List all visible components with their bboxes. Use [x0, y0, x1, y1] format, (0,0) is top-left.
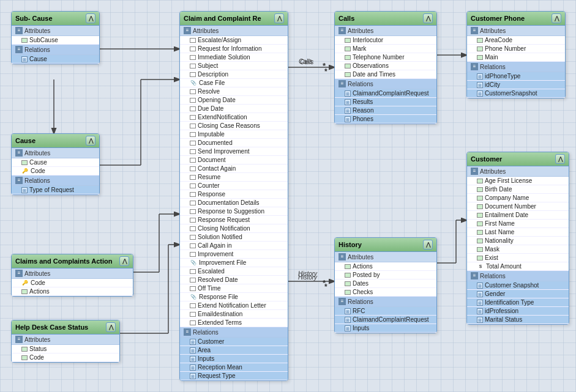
row-off-time[interactable]: Off Time	[180, 284, 288, 293]
claim-complaint-collapse-btn[interactable]: ⋀	[274, 13, 284, 23]
cause-collapse-btn[interactable]: ⋀	[86, 136, 95, 146]
row-checks[interactable]: Checks	[335, 288, 436, 297]
row-interlocutor[interactable]: Interlocutor	[335, 36, 436, 45]
row-snapshot-rel[interactable]: ⊞CustomerSnapshot	[467, 89, 565, 98]
row-phone-number[interactable]: Phone Number	[467, 45, 565, 53]
row-type-request[interactable]: ⊞ Type of Request	[12, 186, 99, 194]
row-total-amount[interactable]: $Total Amount	[467, 262, 569, 271]
row-customer-snapshot-rel[interactable]: ⊞Customer Snapshot	[467, 281, 569, 290]
customer-phone-collapse-btn[interactable]: ⋀	[552, 13, 561, 23]
row-resp-suggest[interactable]: Response to Suggestion	[180, 207, 288, 216]
row-immediate[interactable]: Immediate Solution	[180, 53, 288, 62]
row-code-hd[interactable]: Code	[12, 353, 119, 362]
row-main[interactable]: Main	[467, 53, 565, 62]
history-collapse-btn[interactable]: ⋀	[423, 240, 433, 250]
customer-relations-header: ≡ Relations	[467, 271, 569, 281]
row-description[interactable]: Description	[180, 70, 288, 79]
claims-action-collapse-btn[interactable]: ⋀	[119, 256, 129, 266]
row-doc-number[interactable]: Document Number	[467, 202, 569, 211]
field-icon	[21, 38, 28, 43]
fk-icon: ⊞	[477, 300, 483, 306]
customer-collapse-btn[interactable]: ⋀	[555, 154, 565, 164]
row-date-times[interactable]: Date and Times	[335, 70, 436, 79]
row-response[interactable]: Response	[180, 190, 288, 199]
row-city-rel[interactable]: ⊞idCity	[467, 81, 565, 89]
row-document[interactable]: Document	[180, 156, 288, 165]
row-last-name[interactable]: Last Name	[467, 228, 569, 237]
row-inputs-h-rel[interactable]: ⊞Inputs	[335, 324, 436, 333]
row-exist[interactable]: Exist	[467, 254, 569, 262]
row-age-license[interactable]: Age First License	[467, 177, 569, 185]
row-cause-attr[interactable]: Cause	[12, 158, 99, 167]
row-code-attr[interactable]: 🔑 Code	[12, 167, 99, 176]
sub-cause-collapse-btn[interactable]: ⋀	[86, 13, 95, 23]
row-phone-type-rel[interactable]: ⊞idPhoneType	[467, 72, 565, 81]
row-resp-request[interactable]: Response Request	[180, 216, 288, 224]
row-id-type-rel[interactable]: ⊞Identification Type	[467, 298, 569, 307]
row-inputs-rel[interactable]: ⊞Inputs	[180, 355, 288, 363]
row-request-info[interactable]: Request for Information	[180, 45, 288, 53]
row-imputable[interactable]: Imputable	[180, 130, 288, 139]
field-icon	[477, 55, 483, 60]
row-posted-by[interactable]: Posted by	[335, 271, 436, 279]
row-telephone[interactable]: Telephone Number	[335, 53, 436, 62]
row-call-again[interactable]: Call Again in	[180, 242, 288, 250]
row-reception-rel[interactable]: ⊞Reception Mean	[180, 363, 288, 372]
row-escalated[interactable]: Escalated	[180, 267, 288, 276]
row-improvement[interactable]: Improvement	[180, 250, 288, 259]
row-phones-rel[interactable]: ⊞Phones	[335, 115, 436, 124]
row-case-file[interactable]: 📎Case File	[180, 79, 288, 87]
row-first-name[interactable]: First Name	[467, 220, 569, 228]
row-area-rel[interactable]: ⊞Area	[180, 346, 288, 355]
row-observations[interactable]: Observations	[335, 62, 436, 70]
row-extend-notif[interactable]: ExtendNotification	[180, 113, 288, 122]
row-subcause[interactable]: SubCause	[12, 36, 99, 45]
row-escalate[interactable]: Escalate/Assign	[180, 36, 288, 45]
row-actions-ca[interactable]: Actions	[12, 287, 133, 296]
row-emaildest[interactable]: Emaildestination	[180, 310, 288, 319]
row-rfc-rel[interactable]: ⊞RFC	[335, 307, 436, 316]
row-subject[interactable]: Subject	[180, 62, 288, 70]
row-counter[interactable]: Counter	[180, 182, 288, 190]
row-results-rel[interactable]: ⊞Results	[335, 98, 436, 106]
row-gender-rel[interactable]: ⊞Gender	[467, 290, 569, 298]
row-solution-notif[interactable]: Solution Notified	[180, 233, 288, 242]
row-request-type-rel[interactable]: ⊞Request Type	[180, 372, 288, 380]
row-doc-details[interactable]: Documentation Details	[180, 199, 288, 207]
row-birth-date[interactable]: Birth Date	[467, 185, 569, 194]
row-resolve[interactable]: Resolve	[180, 87, 288, 96]
helpdesk-collapse-btn[interactable]: ⋀	[106, 322, 116, 332]
row-documented[interactable]: Documented	[180, 139, 288, 147]
row-response-file[interactable]: 📎Response File	[180, 293, 288, 301]
row-entailment-date[interactable]: Entailment Date	[467, 211, 569, 220]
row-reason-rel[interactable]: ⊞Reason	[335, 106, 436, 115]
row-marital-status-rel[interactable]: ⊞Marital Status	[467, 316, 569, 324]
row-due-date[interactable]: Due Date	[180, 105, 288, 113]
row-actions-h[interactable]: Actions	[335, 262, 436, 271]
calls-attributes-header: ≡ Attributes	[335, 26, 436, 36]
row-status-hd[interactable]: Status	[12, 345, 119, 353]
row-areacode[interactable]: AreaCode	[467, 36, 565, 45]
row-claim-req-rel[interactable]: ⊞ClaimandComplaintRequest	[335, 89, 436, 98]
row-cause-rel[interactable]: ⊞ Cause	[12, 55, 99, 64]
row-nationality[interactable]: Nationality	[467, 237, 569, 245]
row-claim-req-h-rel[interactable]: ⊞ClaimandComplaintRequest	[335, 316, 436, 324]
row-resume[interactable]: Resume	[180, 173, 288, 182]
row-extended-terms[interactable]: Extended Terms	[180, 319, 288, 327]
row-send-improve[interactable]: Send Improvement	[180, 147, 288, 156]
row-contact-again[interactable]: Contact Again	[180, 165, 288, 173]
row-opening-date[interactable]: Opening Date	[180, 96, 288, 105]
row-company-name[interactable]: Company Name	[467, 194, 569, 202]
row-customer-rel[interactable]: ⊞Customer	[180, 338, 288, 346]
row-dates[interactable]: Dates	[335, 279, 436, 288]
row-mark[interactable]: Mark	[335, 45, 436, 53]
row-improve-file[interactable]: 📎Improvement File	[180, 259, 288, 267]
row-code-ca[interactable]: 🔑 Code	[12, 279, 133, 287]
row-closing-notif[interactable]: Closing Notification	[180, 224, 288, 233]
row-resolved-date[interactable]: Resolved Date	[180, 276, 288, 284]
calls-collapse-btn[interactable]: ⋀	[423, 13, 433, 23]
row-mask[interactable]: Mask	[467, 245, 569, 254]
row-profession-rel[interactable]: ⊞idProfession	[467, 307, 569, 316]
row-closing-case[interactable]: Closing Case Reasons	[180, 122, 288, 130]
row-extend-letter[interactable]: Extend Notification Letter	[180, 301, 288, 310]
